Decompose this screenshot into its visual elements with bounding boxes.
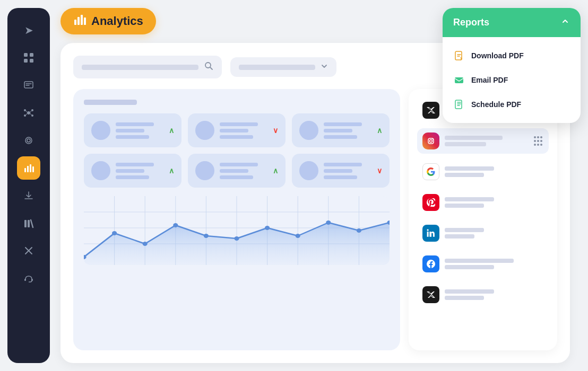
schedule-pdf-label: Schedule PDF <box>471 100 521 109</box>
dot-4 <box>534 140 536 142</box>
metric-bar-3-3 <box>324 135 357 139</box>
main-content: Analytics <box>50 8 581 363</box>
svg-rect-57 <box>455 77 463 83</box>
pinterest-logo <box>422 194 439 211</box>
svg-rect-16 <box>24 168 26 172</box>
sidebar-icon-support[interactable] <box>17 267 40 290</box>
chart-area <box>84 196 390 265</box>
metric-bar-1-5 <box>220 163 258 166</box>
svg-point-46 <box>204 234 209 238</box>
metric-arrow-3: ∧ <box>377 126 382 135</box>
svg-line-11 <box>30 111 31 112</box>
svg-rect-18 <box>30 164 31 172</box>
search-box[interactable] <box>73 56 222 78</box>
search-input-bar <box>82 65 198 70</box>
analytics-badge: Analytics <box>60 8 156 34</box>
panel-title-bar <box>84 100 137 105</box>
social-bar-t2-1 <box>445 289 494 294</box>
sidebar: ➤ <box>7 8 50 363</box>
reports-chevron-icon <box>560 16 570 29</box>
metric-card-6: ∨ <box>292 154 390 188</box>
svg-point-47 <box>234 236 239 241</box>
svg-rect-27 <box>84 17 86 25</box>
svg-point-50 <box>326 220 331 225</box>
svg-line-10 <box>26 111 27 112</box>
social-bar-ig-2 <box>445 142 486 146</box>
metric-avatar-2 <box>195 121 214 140</box>
metric-bar-2-5 <box>220 169 248 173</box>
dot-2 <box>537 136 539 138</box>
metric-bar-1-3 <box>324 122 362 126</box>
sidebar-icon-tools[interactable] <box>17 239 40 262</box>
report-item-email-pdf[interactable]: Email PDF <box>443 68 581 92</box>
metric-bar-2 <box>116 129 144 132</box>
metric-card-4: ∧ <box>84 154 181 188</box>
twitter-x-logo-1 <box>422 102 439 119</box>
social-bar-li-1 <box>445 228 484 232</box>
sidebar-icon-analytics[interactable] <box>17 156 40 180</box>
social-item-facebook[interactable] <box>417 251 549 277</box>
sidebar-icon-layers[interactable] <box>17 129 40 152</box>
social-bar-g-1 <box>445 166 494 171</box>
dropdown-bar <box>239 65 315 70</box>
instagram-logo <box>422 132 439 149</box>
report-item-schedule-pdf[interactable]: Schedule PDF <box>443 92 581 117</box>
email-pdf-label: Email PDF <box>471 76 508 84</box>
svg-rect-4 <box>24 82 33 88</box>
metric-bar-3-4 <box>116 175 149 179</box>
sidebar-icon-navigation[interactable]: ➤ <box>17 19 40 42</box>
linkedin-logo <box>422 225 439 242</box>
metric-avatar-4 <box>91 161 110 180</box>
reports-header[interactable]: Reports <box>443 8 581 37</box>
svg-line-13 <box>30 113 31 115</box>
svg-point-15 <box>27 139 30 142</box>
sidebar-icon-messages[interactable] <box>17 74 40 97</box>
svg-rect-56 <box>455 51 462 60</box>
svg-point-7 <box>31 109 33 111</box>
svg-point-6 <box>24 109 26 111</box>
svg-rect-17 <box>27 166 29 172</box>
metric-bar-1-2 <box>220 122 258 126</box>
cards-grid: ∧ ∨ <box>84 113 390 188</box>
app-container: ➤ <box>7 8 581 363</box>
social-bar-g-2 <box>445 173 484 177</box>
svg-point-9 <box>31 114 33 117</box>
svg-rect-0 <box>24 53 28 57</box>
metric-info-6 <box>324 163 371 179</box>
sidebar-icon-download[interactable] <box>17 184 40 207</box>
svg-point-55 <box>433 139 434 140</box>
social-bar-ig-1 <box>445 136 503 140</box>
chevron-down-icon <box>321 63 328 72</box>
svg-rect-58 <box>455 100 462 109</box>
report-item-download-pdf[interactable]: Download PDF <box>443 43 581 68</box>
svg-point-49 <box>296 234 300 238</box>
social-item-twitter-2[interactable] <box>417 282 549 307</box>
reports-dropdown: Reports Download PDF <box>443 8 581 123</box>
svg-point-5 <box>27 111 30 114</box>
dropdown-box[interactable] <box>230 57 336 77</box>
metric-avatar-1 <box>91 121 110 140</box>
metric-bar-2-6 <box>324 169 352 173</box>
sidebar-icon-network[interactable] <box>17 101 40 125</box>
social-item-pinterest[interactable] <box>417 190 549 215</box>
svg-point-45 <box>173 223 178 227</box>
social-bar-wrap-instagram <box>445 136 528 146</box>
svg-rect-2 <box>24 59 28 63</box>
dot-8 <box>537 144 539 146</box>
sidebar-icon-dashboard[interactable] <box>17 46 40 69</box>
social-bar-li-2 <box>445 234 474 238</box>
search-icon <box>204 61 213 73</box>
social-bar-wrap-pinterest <box>445 197 543 208</box>
social-item-instagram[interactable] <box>417 128 549 154</box>
svg-point-14 <box>25 137 32 144</box>
google-logo <box>422 163 439 180</box>
sidebar-icon-library[interactable] <box>17 211 40 235</box>
metric-info-3 <box>324 122 371 139</box>
social-dots <box>533 136 543 146</box>
facebook-logo <box>422 255 439 272</box>
social-item-linkedin[interactable] <box>417 220 549 246</box>
social-item-google[interactable] <box>417 159 549 184</box>
reports-items: Download PDF Email PDF <box>443 37 581 123</box>
metric-avatar-3 <box>299 121 318 140</box>
svg-rect-3 <box>30 59 33 63</box>
